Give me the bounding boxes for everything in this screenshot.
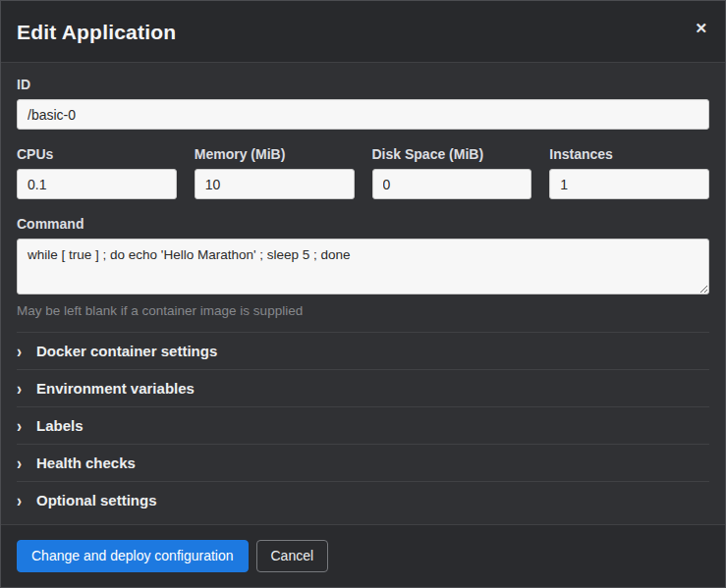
chevron-right-icon: › xyxy=(17,342,27,360)
section-docker-container-settings[interactable]: › Docker container settings xyxy=(17,333,709,370)
chevron-right-icon: › xyxy=(17,491,27,509)
section-environment-variables[interactable]: › Environment variables xyxy=(17,370,709,407)
section-health-checks[interactable]: › Health checks xyxy=(17,445,709,482)
chevron-right-icon: › xyxy=(17,416,27,435)
instances-field-group: Instances xyxy=(549,146,709,199)
modal-body: ID CPUs Memory (MiB) Disk Space (MiB) In… xyxy=(1,63,725,524)
page-title: Edit Application xyxy=(17,21,709,44)
id-field-group: ID xyxy=(17,77,709,130)
change-and-deploy-button[interactable]: Change and deploy configuration xyxy=(17,540,249,572)
section-label: Docker container settings xyxy=(36,343,217,359)
section-label: Health checks xyxy=(36,454,136,471)
section-label: Optional settings xyxy=(36,492,157,508)
id-input[interactable] xyxy=(17,99,709,130)
accordion: › Docker container settings › Environmen… xyxy=(17,332,709,518)
command-field-group: Command while [ true ] ; do echo 'Hello … xyxy=(17,216,709,318)
close-icon[interactable]: ✕ xyxy=(691,17,711,39)
memory-label: Memory (MiB) xyxy=(195,146,355,162)
chevron-right-icon: › xyxy=(17,454,27,472)
command-help-text: May be left blank if a container image i… xyxy=(17,303,709,318)
resources-row: CPUs Memory (MiB) Disk Space (MiB) Insta… xyxy=(17,146,709,199)
command-textarea[interactable]: while [ true ] ; do echo 'Hello Marathon… xyxy=(17,239,709,294)
section-label: Environment variables xyxy=(36,380,195,397)
cpus-input[interactable] xyxy=(17,169,177,199)
disk-field-group: Disk Space (MiB) xyxy=(372,146,532,199)
id-label: ID xyxy=(17,77,709,92)
disk-label: Disk Space (MiB) xyxy=(372,146,532,162)
section-labels[interactable]: › Labels xyxy=(17,407,709,445)
modal-header: Edit Application ✕ xyxy=(1,1,725,63)
cpus-label: CPUs xyxy=(17,146,177,162)
modal-footer: Change and deploy configuration Cancel xyxy=(1,524,725,587)
chevron-right-icon: › xyxy=(17,379,27,398)
section-label: Labels xyxy=(36,417,84,434)
disk-input[interactable] xyxy=(372,169,532,199)
section-optional-settings[interactable]: › Optional settings xyxy=(17,482,709,518)
memory-input[interactable] xyxy=(195,169,355,199)
memory-field-group: Memory (MiB) xyxy=(195,146,355,199)
instances-label: Instances xyxy=(549,146,709,162)
instances-input[interactable] xyxy=(549,169,709,199)
cancel-button[interactable]: Cancel xyxy=(256,540,329,572)
edit-application-modal: Edit Application ✕ ID CPUs Memory (MiB) … xyxy=(0,0,726,588)
cpus-field-group: CPUs xyxy=(17,146,177,199)
command-label: Command xyxy=(17,216,709,232)
